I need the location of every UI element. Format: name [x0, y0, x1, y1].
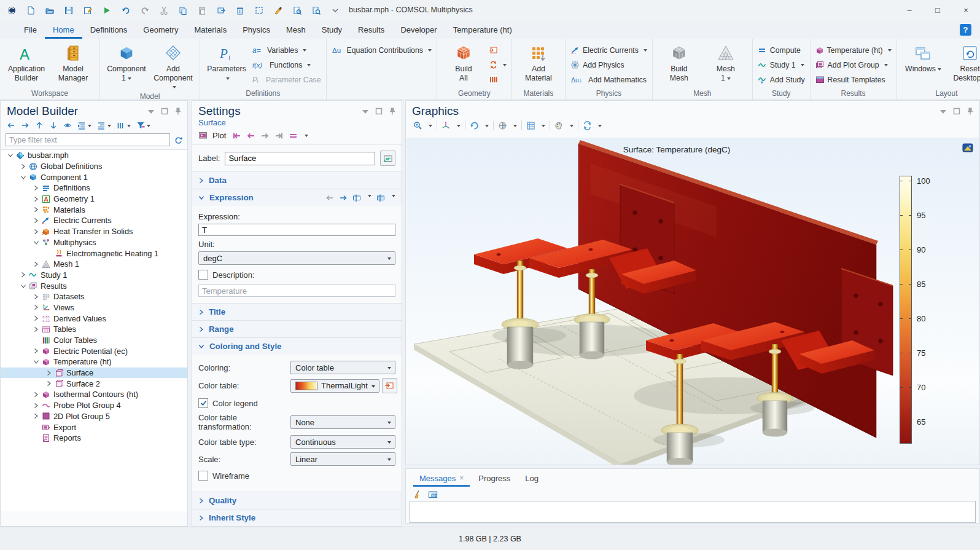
ribbon-button-add-material[interactable]: AddMaterial	[517, 41, 560, 82]
description-checkbox[interactable]	[198, 270, 208, 280]
collapse-panel-icon[interactable]	[147, 108, 155, 116]
grid-view-icon[interactable]	[526, 121, 535, 130]
tree-item-materials[interactable]: Materials	[1, 204, 187, 215]
arrow-right-icon[interactable]	[21, 121, 29, 130]
tree-item-study-1[interactable]: Study 1	[1, 270, 187, 281]
ribbon-button-build-mesh[interactable]: BuildMesh	[658, 41, 701, 82]
ribbon-button-add-plot-group[interactable]: Add Plot Group	[815, 58, 892, 71]
minimize-button[interactable]: –	[895, 0, 924, 20]
chevron-right-icon[interactable]	[31, 413, 41, 419]
tree-filter-input[interactable]	[6, 133, 170, 146]
tab-progress[interactable]: Progress	[472, 473, 516, 487]
tree-item-global-definitions[interactable]: Global Definitions	[1, 161, 187, 172]
chevron-down-icon[interactable]	[31, 359, 41, 364]
open-folder-icon[interactable]	[44, 5, 55, 16]
menu-materials[interactable]: Materials	[186, 20, 235, 39]
label-input[interactable]	[225, 152, 375, 165]
equals-icon[interactable]	[289, 132, 298, 140]
ribbon-button-windows[interactable]: Windows	[902, 41, 945, 74]
tree-item-export[interactable]: Export	[1, 422, 187, 433]
float-panel-icon[interactable]	[160, 107, 169, 116]
chevron-right-icon[interactable]	[18, 163, 28, 170]
collapse-tree-icon[interactable]	[97, 121, 111, 130]
ribbon-button-import-geom[interactable]	[489, 44, 507, 57]
arrow-left-icon[interactable]	[7, 121, 15, 130]
ribbon-button-compute[interactable]: Compute	[758, 44, 805, 57]
pin-panel-icon[interactable]	[966, 107, 974, 116]
nav-prev-icon[interactable]	[246, 132, 255, 140]
chevron-down-icon[interactable]	[31, 240, 41, 245]
copy-icon[interactable]	[177, 5, 189, 16]
menu-definitions[interactable]: Definitions	[82, 20, 136, 39]
wireframe-checkbox[interactable]	[198, 471, 208, 481]
replace-expression-icon[interactable]	[376, 194, 385, 202]
ribbon-button-model-manager[interactable]: ModelManager	[52, 41, 95, 82]
chevron-more-icon[interactable]	[330, 5, 341, 16]
tree-item-probe-plot-group-4[interactable]: Probe Plot Group 4	[1, 400, 187, 411]
menu-physics[interactable]: Physics	[235, 20, 278, 39]
expand-tree-icon[interactable]	[77, 121, 91, 130]
ribbon-button-add-component[interactable]: AddComponent	[152, 41, 195, 92]
ribbon-button-component-1[interactable]: Component1	[105, 41, 148, 82]
section-inherit-style[interactable]: Inherit Style	[192, 509, 402, 526]
section-title[interactable]: Title	[192, 303, 402, 320]
list-view-icon[interactable]	[117, 121, 131, 130]
ribbon-button-application-builder[interactable]: AApplicationBuilder	[5, 41, 48, 82]
description-input[interactable]	[198, 285, 395, 297]
tree-item-geometry-1[interactable]: AGeometry 1	[1, 194, 187, 205]
tree-item-temperature-ht-[interactable]: Temperature (ht)	[1, 356, 187, 367]
redo-icon[interactable]	[139, 5, 150, 16]
tree-item-multiphysics[interactable]: Multiphysics	[1, 237, 187, 248]
transformation-combobox[interactable]: None	[290, 415, 395, 429]
new-document-icon[interactable]	[25, 5, 36, 16]
save-icon[interactable]	[63, 5, 74, 16]
chevron-right-icon[interactable]	[31, 206, 41, 213]
chevron-right-icon[interactable]	[31, 326, 41, 332]
section-quality[interactable]: Quality	[192, 492, 402, 509]
ribbon-button-update-geom[interactable]	[489, 58, 507, 71]
menu-results[interactable]: Results	[350, 20, 392, 39]
arrow-right-blue-icon[interactable]	[339, 194, 348, 202]
chevron-right-icon[interactable]	[31, 218, 41, 224]
close-button[interactable]: ×	[952, 0, 980, 20]
chevron-right-icon[interactable]	[31, 196, 41, 202]
select-box-icon[interactable]	[254, 5, 265, 16]
chevron-right-icon[interactable]	[31, 391, 41, 398]
move-window-icon[interactable]	[216, 5, 227, 16]
tree-item-electromagnetic-heating-1[interactable]: Electromagnetic Heating 1	[1, 248, 187, 259]
scale-combobox[interactable]: Linear	[290, 452, 395, 466]
tree-item-electric-potential-ec-[interactable]: Electric Potential (ec)	[1, 345, 187, 356]
plot-button[interactable]: Plot	[212, 131, 226, 140]
tree-item-busbar-mph[interactable]: busbar.mph	[1, 150, 187, 161]
insert-expression-icon[interactable]	[352, 194, 361, 202]
unit-combobox[interactable]: degC	[198, 251, 395, 265]
float-panel-icon[interactable]	[375, 107, 383, 116]
delete-icon[interactable]	[235, 5, 246, 16]
color-legend-checkbox[interactable]	[198, 398, 208, 408]
tree-item-heat-transfer-in-solids[interactable]: Heat Transfer in Solids	[1, 226, 187, 237]
document-zoom-icon[interactable]	[311, 5, 322, 16]
arrow-down-icon[interactable]	[49, 121, 58, 130]
ribbon-button-equation-contributions[interactable]: ΔuEquation Contributions	[332, 44, 432, 57]
nav-last-icon[interactable]	[274, 132, 284, 140]
chevron-down-icon[interactable]	[18, 283, 28, 289]
chevron-down-icon[interactable]	[6, 152, 15, 158]
ribbon-button-study-1[interactable]: Study 1	[758, 58, 805, 71]
color-table-combobox[interactable]: ThermalLight	[290, 379, 379, 393]
menu-temperature-ht-[interactable]: Temperature (ht)	[445, 20, 520, 39]
pin-panel-icon[interactable]	[174, 107, 182, 116]
rename-icon[interactable]	[380, 151, 395, 166]
menu-study[interactable]: Study	[314, 20, 350, 39]
ribbon-button-add-study[interactable]: Add Study	[758, 73, 805, 86]
tree-item-electric-currents[interactable]: +-Electric Currents	[1, 215, 187, 226]
tab-log[interactable]: Log	[519, 473, 545, 487]
plot-window-icon[interactable]	[198, 131, 208, 140]
tree-item-isothermal-contours-ht-[interactable]: Isothermal Contours (ht)	[1, 389, 187, 400]
chevron-right-icon[interactable]	[31, 304, 41, 310]
color-table-window-icon[interactable]	[382, 378, 397, 393]
close-tab-icon[interactable]: ×	[459, 474, 464, 482]
ribbon-button-temperature-ht-[interactable]: Temperature (ht)	[815, 44, 892, 57]
chevron-right-icon[interactable]	[31, 185, 41, 191]
color-theme-icon[interactable]	[554, 121, 564, 130]
ribbon-button-functions[interactable]: f(x)Functions	[252, 58, 321, 71]
